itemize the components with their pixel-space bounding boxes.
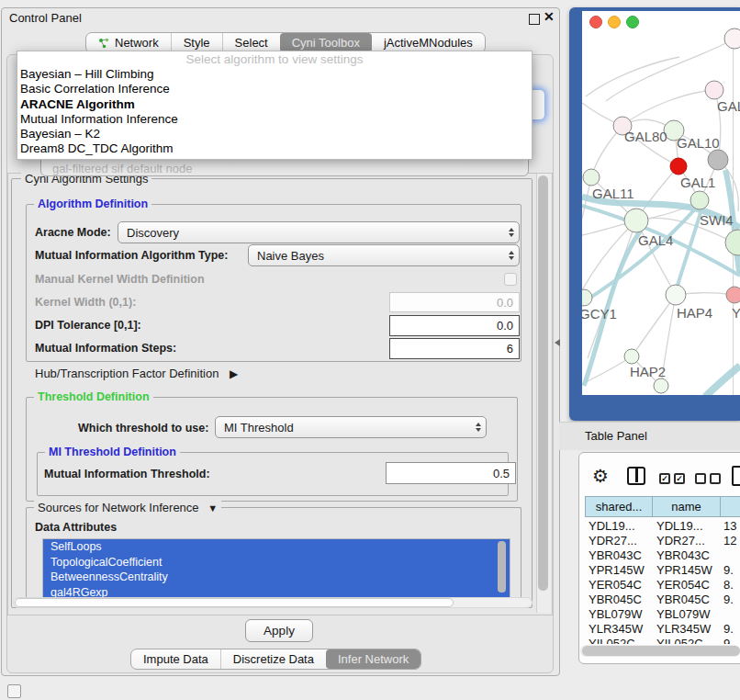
gear-icon[interactable]: ⚙ <box>592 467 609 485</box>
aracne-mode-value: Discovery <box>118 226 504 240</box>
node-swi4[interactable] <box>690 191 709 209</box>
algorithm-option[interactable]: Bayesian – K2 <box>17 127 532 141</box>
node-label: GAL11 <box>592 186 634 201</box>
tab-infer-network[interactable]: Infer Network <box>326 649 420 669</box>
kernel-width-input[interactable]: 0.0 <box>389 292 520 312</box>
table-cell[interactable]: YDR27... <box>589 534 637 548</box>
float-window-icon[interactable] <box>529 14 540 25</box>
settings-vertical-scrollbar-thumb[interactable] <box>538 175 548 591</box>
network-graph: GAL GAL80 GAL10 GAL1 GAL11 SWI4 GAL4 GCY… <box>569 7 740 421</box>
list-scrollbar-thumb[interactable] <box>498 541 506 593</box>
table-cell[interactable]: YDR27... <box>656 534 705 548</box>
node-hap2[interactable] <box>624 349 639 364</box>
table-cell[interactable]: YER054C <box>656 578 710 592</box>
table-cell[interactable]: YBR045C <box>589 593 642 606</box>
column-header-name[interactable]: name <box>652 496 721 517</box>
hub-definition-label: Hub/Transcription Factor Definition <box>35 367 219 380</box>
split-columns-icon[interactable] <box>627 467 645 485</box>
sources-title[interactable]: Sources for Network Inference ▼ <box>34 501 221 514</box>
table-cell[interactable]: 13 <box>723 519 736 533</box>
node-gal[interactable] <box>705 81 723 99</box>
hub-definition-expander[interactable]: Hub/Transcription Factor Definition ▶ <box>35 367 238 380</box>
window-close-button[interactable] <box>589 16 602 28</box>
table-cell[interactable]: YLR345W <box>656 622 711 636</box>
algorithm-option[interactable]: Dream8 DC_TDC Algorithm <box>17 141 532 156</box>
algorithm-option[interactable]: Mutual Information Inference <box>17 112 532 127</box>
window-zoom-button[interactable] <box>626 16 639 28</box>
table-cell[interactable]: YDL19... <box>589 519 635 533</box>
close-icon[interactable]: ✕ <box>544 9 555 24</box>
mi-threshold-label: Mutual Information Threshold: <box>44 468 210 480</box>
settings-horizontal-scrollbar-thumb[interactable] <box>15 598 454 607</box>
checked-checkbox-icon[interactable]: ✓ <box>659 473 670 484</box>
table-cell[interactable]: YBR043C <box>656 548 710 562</box>
unchecked-checkbox-icon[interactable] <box>695 473 706 484</box>
threshold-definition-title: Threshold Definition <box>34 390 153 403</box>
table-cell[interactable]: 12 <box>723 534 736 548</box>
table-cell[interactable]: 9. <box>723 622 734 636</box>
node-label: HAP2 <box>630 364 666 379</box>
table-cell[interactable]: YBL079W <box>589 607 643 621</box>
node-gray[interactable] <box>708 150 728 170</box>
aracne-mode-combo[interactable]: Discovery <box>118 221 520 243</box>
node-gal11[interactable] <box>583 169 600 186</box>
tab-jactivemnodules[interactable]: jActiveMNodules <box>372 33 485 52</box>
stepper-icon <box>504 245 519 265</box>
algorithm-option[interactable]: Basic Correlation Inference <box>17 82 532 96</box>
which-threshold-combo[interactable]: MI Threshold <box>215 416 487 438</box>
algorithm-dropdown-popup: Select algorithm to view settings Bayesi… <box>17 51 533 160</box>
node-hap4[interactable] <box>666 285 686 305</box>
apply-button[interactable]: Apply <box>245 619 313 642</box>
table-cell[interactable]: YDL19... <box>656 519 703 533</box>
table-cell[interactable]: YLR345W <box>589 622 643 636</box>
unchecked-checkbox-icon[interactable] <box>710 473 721 484</box>
mi-threshold-input[interactable]: 0.5 <box>386 462 516 484</box>
table-cell[interactable]: YBR045C <box>656 593 710 606</box>
tab-cyni-toolbox[interactable]: Cyni Toolbox <box>280 33 372 52</box>
list-item[interactable]: BetweennessCentrality <box>43 570 510 585</box>
table-cell[interactable]: 9. <box>723 563 734 577</box>
mi-algorithm-type-label: Mutual Information Algorithm Type: <box>35 249 228 262</box>
minimized-panel-icon[interactable] <box>7 684 21 698</box>
node[interactable] <box>654 378 668 393</box>
node-label: GAL10 <box>677 135 720 151</box>
table-cell[interactable]: YPR145W <box>656 563 712 577</box>
list-item[interactable]: SelfLoops <box>43 539 510 555</box>
sources-title-label: Sources for Network Inference <box>38 501 199 514</box>
tab-impute-data[interactable]: Impute Data <box>131 649 220 669</box>
column-header-shared[interactable]: shared... <box>585 496 653 517</box>
table-cell[interactable]: YBR043C <box>589 548 642 562</box>
node-gal4[interactable] <box>624 209 648 232</box>
table-cell[interactable]: 9 <box>723 637 730 644</box>
node[interactable] <box>725 230 740 255</box>
dpi-tolerance-label: DPI Tolerance [0,1]: <box>35 319 141 332</box>
checked-checkbox-icon[interactable]: ✓ <box>674 473 685 484</box>
node-gal1-selected[interactable] <box>670 158 687 175</box>
dpi-tolerance-input[interactable]: 0.0 <box>389 315 520 336</box>
manual-kernel-width-checkbox[interactable] <box>504 273 517 286</box>
table-cell[interactable]: 8. <box>723 578 734 592</box>
tab-select[interactable]: Select <box>222 33 280 52</box>
tab-style[interactable]: Style <box>171 33 222 52</box>
tab-network[interactable]: Network <box>86 33 171 52</box>
algorithm-option[interactable]: Bayesian – Hill Climbing <box>17 67 532 82</box>
node-y[interactable] <box>726 287 740 303</box>
table-cell[interactable]: YIL052C <box>589 637 635 644</box>
column-header[interactable] <box>720 496 740 517</box>
table-cell[interactable]: YPR145W <box>589 563 645 577</box>
table-cell[interactable]: YBL079W <box>656 607 711 621</box>
window-minimize-button[interactable] <box>608 16 621 28</box>
table-cell[interactable]: YIL052C <box>656 637 703 644</box>
table-horizontal-scrollbar-thumb[interactable] <box>582 646 740 656</box>
list-item[interactable]: TopologicalCoefficient <box>43 555 510 570</box>
mi-steps-input[interactable]: 6 <box>389 338 520 359</box>
algorithm-option-selected[interactable]: ARACNE Algorithm <box>17 97 532 112</box>
network-node-labels: GAL GAL80 GAL10 GAL1 GAL11 SWI4 GAL4 GCY… <box>579 98 740 379</box>
table-cell[interactable]: 9. <box>723 593 734 606</box>
tab-discretize-data[interactable]: Discretize Data <box>220 649 326 669</box>
mi-algorithm-type-combo[interactable]: Naive Bayes <box>248 244 520 266</box>
node[interactable] <box>724 28 740 49</box>
document-icon[interactable] <box>732 466 740 486</box>
table-cell[interactable]: YER054C <box>589 578 642 592</box>
panel-splitter-handle[interactable] <box>555 339 560 346</box>
